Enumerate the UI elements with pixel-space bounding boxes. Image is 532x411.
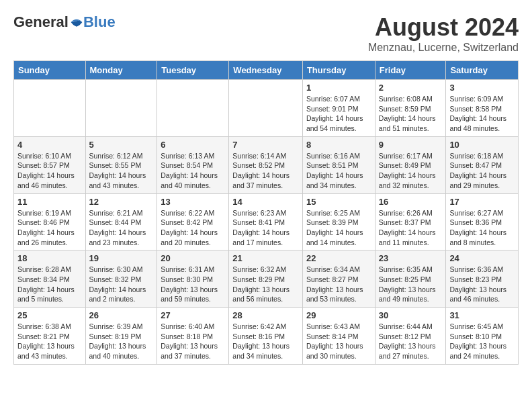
day-number: 26 <box>89 310 154 320</box>
logo-blue-text: Blue <box>83 13 116 31</box>
calendar-cell: 2Sunrise: 6:08 AM Sunset: 8:59 PM Daylig… <box>375 80 446 137</box>
calendar-cell: 17Sunrise: 6:27 AM Sunset: 8:36 PM Dayli… <box>446 193 519 250</box>
weekday-header-monday: Monday <box>85 61 157 80</box>
calendar-cell: 7Sunrise: 6:14 AM Sunset: 8:52 PM Daylig… <box>229 136 303 193</box>
calendar-week-row: 11Sunrise: 6:19 AM Sunset: 8:46 PM Dayli… <box>14 193 519 250</box>
logo-general-text: General <box>13 13 69 31</box>
day-info: Sunrise: 6:42 AM Sunset: 8:16 PM Dayligh… <box>232 322 299 361</box>
day-info: Sunrise: 6:39 AM Sunset: 8:19 PM Dayligh… <box>89 322 154 361</box>
day-number: 9 <box>379 140 443 150</box>
day-number: 13 <box>161 197 225 207</box>
day-info: Sunrise: 6:28 AM Sunset: 8:34 PM Dayligh… <box>17 265 82 304</box>
calendar-cell <box>14 80 86 137</box>
weekday-header-wednesday: Wednesday <box>229 61 303 80</box>
calendar-table: SundayMondayTuesdayWednesdayThursdayFrid… <box>13 60 519 365</box>
day-info: Sunrise: 6:38 AM Sunset: 8:21 PM Dayligh… <box>17 322 82 361</box>
day-number: 21 <box>232 253 299 263</box>
day-number: 11 <box>17 197 82 207</box>
day-info: Sunrise: 6:35 AM Sunset: 8:25 PM Dayligh… <box>379 265 443 304</box>
calendar-cell <box>229 80 303 137</box>
weekday-header-saturday: Saturday <box>446 61 519 80</box>
calendar-cell: 10Sunrise: 6:18 AM Sunset: 8:47 PM Dayli… <box>446 136 519 193</box>
title-area: August 2024 Menznau, Lucerne, Switzerlan… <box>368 13 519 54</box>
calendar-week-row: 25Sunrise: 6:38 AM Sunset: 8:21 PM Dayli… <box>14 308 519 365</box>
calendar-cell: 1Sunrise: 6:07 AM Sunset: 9:01 PM Daylig… <box>302 80 375 137</box>
calendar-cell: 26Sunrise: 6:39 AM Sunset: 8:19 PM Dayli… <box>85 308 157 365</box>
day-info: Sunrise: 6:19 AM Sunset: 8:46 PM Dayligh… <box>17 208 82 248</box>
day-info: Sunrise: 6:44 AM Sunset: 8:12 PM Dayligh… <box>379 322 443 361</box>
day-number: 6 <box>161 140 225 150</box>
calendar-cell: 15Sunrise: 6:25 AM Sunset: 8:39 PM Dayli… <box>302 193 375 250</box>
day-number: 25 <box>17 310 82 320</box>
calendar-cell: 12Sunrise: 6:21 AM Sunset: 8:44 PM Dayli… <box>85 193 157 250</box>
calendar-cell: 27Sunrise: 6:40 AM Sunset: 8:18 PM Dayli… <box>157 308 229 365</box>
calendar-week-row: 4Sunrise: 6:10 AM Sunset: 8:57 PM Daylig… <box>14 136 519 193</box>
calendar-cell: 28Sunrise: 6:42 AM Sunset: 8:16 PM Dayli… <box>229 308 303 365</box>
calendar-cell: 19Sunrise: 6:30 AM Sunset: 8:32 PM Dayli… <box>85 250 157 308</box>
day-number: 22 <box>306 253 371 263</box>
calendar-cell: 29Sunrise: 6:43 AM Sunset: 8:14 PM Dayli… <box>302 308 375 365</box>
day-info: Sunrise: 6:32 AM Sunset: 8:29 PM Dayligh… <box>232 265 299 304</box>
month-title: August 2024 <box>368 13 519 42</box>
day-info: Sunrise: 6:18 AM Sunset: 8:47 PM Dayligh… <box>449 151 515 191</box>
day-number: 2 <box>379 83 443 93</box>
day-info: Sunrise: 6:10 AM Sunset: 8:57 PM Dayligh… <box>17 151 82 191</box>
day-info: Sunrise: 6:25 AM Sunset: 8:39 PM Dayligh… <box>306 208 371 248</box>
day-info: Sunrise: 6:22 AM Sunset: 8:42 PM Dayligh… <box>161 208 225 248</box>
day-number: 15 <box>306 197 371 207</box>
day-info: Sunrise: 6:34 AM Sunset: 8:27 PM Dayligh… <box>306 265 371 304</box>
day-info: Sunrise: 6:17 AM Sunset: 8:49 PM Dayligh… <box>379 151 443 191</box>
day-info: Sunrise: 6:14 AM Sunset: 8:52 PM Dayligh… <box>232 151 299 191</box>
day-info: Sunrise: 6:40 AM Sunset: 8:18 PM Dayligh… <box>161 322 225 361</box>
calendar-cell: 23Sunrise: 6:35 AM Sunset: 8:25 PM Dayli… <box>375 250 446 308</box>
weekday-header-row: SundayMondayTuesdayWednesdayThursdayFrid… <box>14 61 519 80</box>
calendar-cell: 24Sunrise: 6:36 AM Sunset: 8:23 PM Dayli… <box>446 250 519 308</box>
logo: General Blue <box>13 13 116 31</box>
day-number: 10 <box>449 140 515 150</box>
day-info: Sunrise: 6:26 AM Sunset: 8:37 PM Dayligh… <box>379 208 443 248</box>
calendar-cell: 18Sunrise: 6:28 AM Sunset: 8:34 PM Dayli… <box>14 250 86 308</box>
weekday-header-thursday: Thursday <box>302 61 375 80</box>
calendar-cell: 4Sunrise: 6:10 AM Sunset: 8:57 PM Daylig… <box>14 136 86 193</box>
day-number: 17 <box>449 197 515 207</box>
day-info: Sunrise: 6:45 AM Sunset: 8:10 PM Dayligh… <box>449 322 515 361</box>
day-number: 19 <box>89 253 154 263</box>
day-info: Sunrise: 6:30 AM Sunset: 8:32 PM Dayligh… <box>89 265 154 304</box>
day-info: Sunrise: 6:23 AM Sunset: 8:41 PM Dayligh… <box>232 208 299 248</box>
weekday-header-sunday: Sunday <box>14 61 86 80</box>
day-info: Sunrise: 6:31 AM Sunset: 8:30 PM Dayligh… <box>161 265 225 304</box>
day-number: 23 <box>379 253 443 263</box>
day-number: 5 <box>89 140 154 150</box>
weekday-header-friday: Friday <box>375 61 446 80</box>
day-number: 16 <box>379 197 443 207</box>
day-info: Sunrise: 6:21 AM Sunset: 8:44 PM Dayligh… <box>89 208 154 248</box>
calendar-cell: 14Sunrise: 6:23 AM Sunset: 8:41 PM Dayli… <box>229 193 303 250</box>
day-number: 29 <box>306 310 371 320</box>
calendar-week-row: 18Sunrise: 6:28 AM Sunset: 8:34 PM Dayli… <box>14 250 519 308</box>
day-info: Sunrise: 6:16 AM Sunset: 8:51 PM Dayligh… <box>306 151 371 191</box>
day-info: Sunrise: 6:27 AM Sunset: 8:36 PM Dayligh… <box>449 208 515 248</box>
day-number: 7 <box>232 140 299 150</box>
day-number: 18 <box>17 253 82 263</box>
calendar-cell: 6Sunrise: 6:13 AM Sunset: 8:54 PM Daylig… <box>157 136 229 193</box>
calendar-cell: 16Sunrise: 6:26 AM Sunset: 8:37 PM Dayli… <box>375 193 446 250</box>
calendar-cell: 8Sunrise: 6:16 AM Sunset: 8:51 PM Daylig… <box>302 136 375 193</box>
calendar-cell: 9Sunrise: 6:17 AM Sunset: 8:49 PM Daylig… <box>375 136 446 193</box>
calendar-cell: 11Sunrise: 6:19 AM Sunset: 8:46 PM Dayli… <box>14 193 86 250</box>
day-info: Sunrise: 6:13 AM Sunset: 8:54 PM Dayligh… <box>161 151 225 191</box>
logo-icon <box>70 15 83 29</box>
calendar-cell: 5Sunrise: 6:12 AM Sunset: 8:55 PM Daylig… <box>85 136 157 193</box>
day-number: 20 <box>161 253 225 263</box>
calendar-cell <box>85 80 157 137</box>
calendar-cell: 21Sunrise: 6:32 AM Sunset: 8:29 PM Dayli… <box>229 250 303 308</box>
day-info: Sunrise: 6:09 AM Sunset: 8:58 PM Dayligh… <box>449 94 515 134</box>
day-number: 1 <box>306 83 371 93</box>
day-number: 14 <box>232 197 299 207</box>
calendar-week-row: 1Sunrise: 6:07 AM Sunset: 9:01 PM Daylig… <box>14 80 519 137</box>
day-info: Sunrise: 6:43 AM Sunset: 8:14 PM Dayligh… <box>306 322 371 361</box>
day-number: 30 <box>379 310 443 320</box>
calendar-cell: 20Sunrise: 6:31 AM Sunset: 8:30 PM Dayli… <box>157 250 229 308</box>
header: General Blue August 2024 Menznau, Lucern… <box>13 13 519 54</box>
calendar-cell <box>157 80 229 137</box>
day-info: Sunrise: 6:07 AM Sunset: 9:01 PM Dayligh… <box>306 94 371 134</box>
